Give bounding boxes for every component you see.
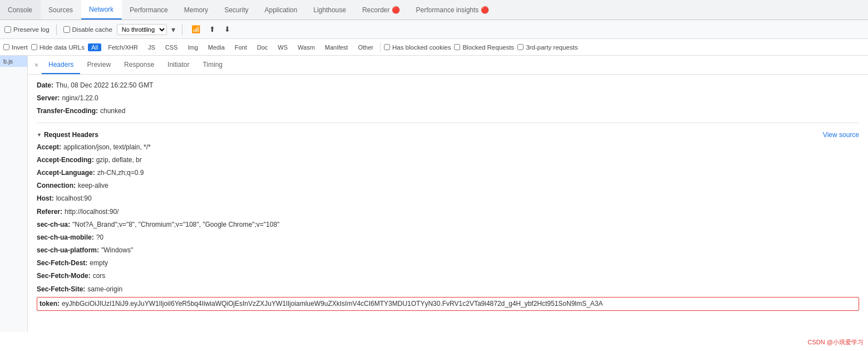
throttle-select[interactable]: No throttling xyxy=(117,24,167,35)
header-row-sec-fetch-site: Sec-Fetch-Site: same-origin xyxy=(37,283,859,296)
sub-tab-headers[interactable]: Headers xyxy=(42,56,80,74)
toolbar-divider-2 xyxy=(182,24,183,35)
tab-bar: Console Sources Network Performance Memo… xyxy=(0,0,868,20)
upload-icon: ⬆ xyxy=(209,25,215,33)
filter-bar: Invert Hide data URLs All Fetch/XHR JS C… xyxy=(0,39,868,56)
filter-tag-all[interactable]: All xyxy=(88,43,101,51)
accept-language-val: zh-CN,zh;q=0.9 xyxy=(97,168,144,178)
referer-val: http://localhost:90/ xyxy=(65,207,119,217)
third-party-label[interactable]: 3rd-party requests xyxy=(526,44,578,51)
filter-tag-js[interactable]: JS xyxy=(145,43,159,51)
server-key: Server: xyxy=(37,93,60,104)
preserve-log-item: Preserve log xyxy=(4,26,50,33)
tab-sources[interactable]: Sources xyxy=(41,0,81,20)
header-row-accept: Accept: application/json, text/plain, */… xyxy=(37,141,859,154)
sidebar-file-bjs[interactable]: b.js xyxy=(0,56,27,67)
has-blocked-cookies-checkbox[interactable] xyxy=(384,44,390,50)
referer-key: Referer: xyxy=(37,207,62,217)
dropdown-arrow-icon: ▾ xyxy=(171,25,175,34)
filter-tag-img[interactable]: Img xyxy=(184,43,201,51)
sec-fetch-dest-key: Sec-Fetch-Dest: xyxy=(37,258,87,269)
disable-cache-item: Disable cache xyxy=(63,26,112,33)
view-source-link[interactable]: View source xyxy=(823,131,859,139)
transfer-encoding-key: Transfer-Encoding: xyxy=(37,106,98,116)
filter-tag-wasm[interactable]: Wasm xyxy=(294,43,318,51)
sub-tab-preview[interactable]: Preview xyxy=(80,56,117,74)
sec-ch-ua-val: "Not?A_Brand";v="8", "Chromium";v="108",… xyxy=(72,220,279,230)
tab-console[interactable]: Console xyxy=(0,0,41,20)
response-headers-section: Date: Thu, 08 Dec 2022 16:22:50 GMT Serv… xyxy=(37,79,859,118)
preserve-log-checkbox[interactable] xyxy=(4,26,11,33)
header-row-sec-ch-ua-platform: sec-ch-ua-platform: "Windows" xyxy=(37,244,859,257)
connection-val: keep-alive xyxy=(78,181,108,191)
blocked-requests-item: Blocked Requests xyxy=(454,44,514,51)
tab-network[interactable]: Network xyxy=(81,0,122,20)
sub-tab-response[interactable]: Response xyxy=(117,56,161,74)
header-row-token: token: eyJhbGciOiJIUzI1NiJ9.eyJuYW1lIjoi… xyxy=(37,297,859,311)
has-blocked-cookies-item: Has blocked cookies xyxy=(384,44,451,51)
preserve-log-label: Preserve log xyxy=(13,26,50,33)
sec-ch-ua-mobile-key: sec-ch-ua-mobile: xyxy=(37,232,94,243)
token-key: token: xyxy=(40,299,60,309)
tab-performance[interactable]: Performance xyxy=(122,0,176,20)
header-row-transfer-encoding: Transfer-Encoding: chunked xyxy=(37,105,859,118)
filter-tag-fetch-xhr[interactable]: Fetch/XHR xyxy=(105,43,141,51)
invert-checkbox[interactable] xyxy=(3,44,9,50)
third-party-checkbox[interactable] xyxy=(517,44,524,50)
tab-recorder[interactable]: Recorder 🔴 xyxy=(354,0,408,20)
connection-key: Connection: xyxy=(37,181,76,191)
hide-data-urls-checkbox[interactable] xyxy=(31,44,37,50)
header-row-sec-ch-ua: sec-ch-ua: "Not?A_Brand";v="8", "Chromiu… xyxy=(37,218,859,231)
tab-security[interactable]: Security xyxy=(216,0,257,20)
section-divider xyxy=(37,123,859,123)
sec-ch-ua-platform-key: sec-ch-ua-platform: xyxy=(37,245,99,256)
main-area: b.js × Headers Preview Response Initiato… xyxy=(0,56,868,332)
wifi-icon-btn[interactable]: 📶 xyxy=(189,24,203,35)
blocked-requests-checkbox[interactable] xyxy=(454,44,460,50)
filter-divider-1 xyxy=(380,42,381,52)
tab-perf-insights[interactable]: Performance insights 🔴 xyxy=(408,0,497,20)
tab-memory[interactable]: Memory xyxy=(176,0,216,20)
transfer-encoding-val: chunked xyxy=(100,106,125,116)
sub-tab-timing[interactable]: Timing xyxy=(196,56,229,74)
header-row-accept-language: Accept-Language: zh-CN,zh;q=0.9 xyxy=(37,167,859,179)
sec-ch-ua-platform-val: "Windows" xyxy=(101,245,133,256)
filter-tag-ws[interactable]: WS xyxy=(274,43,291,51)
accept-encoding-val: gzip, deflate, br xyxy=(96,155,142,165)
filter-tag-doc[interactable]: Doc xyxy=(254,43,272,51)
accept-language-key: Accept-Language: xyxy=(37,168,95,178)
request-headers-title: ▼ Request Headers xyxy=(37,131,98,139)
filter-tag-media[interactable]: Media xyxy=(205,43,228,51)
accept-encoding-key: Accept-Encoding: xyxy=(37,155,94,165)
invert-label[interactable]: Invert xyxy=(12,44,28,51)
sec-fetch-mode-key: Sec-Fetch-Mode: xyxy=(37,271,91,281)
file-sidebar: b.js xyxy=(0,56,28,332)
has-blocked-cookies-label[interactable]: Has blocked cookies xyxy=(392,44,451,51)
sub-tab-bar: × Headers Preview Response Initiator Tim… xyxy=(28,56,868,75)
invert-item: Invert xyxy=(3,44,28,51)
sec-fetch-dest-val: empty xyxy=(90,258,108,269)
upload-btn[interactable]: ⬆ xyxy=(207,24,218,35)
tab-lighthouse[interactable]: Lighthouse xyxy=(305,0,354,20)
toolbar-divider-1 xyxy=(56,24,57,35)
sub-tab-initiator[interactable]: Initiator xyxy=(161,56,196,74)
filter-tag-font[interactable]: Font xyxy=(231,43,250,51)
header-row-sec-ch-ua-mobile: sec-ch-ua-mobile: ?0 xyxy=(37,231,859,244)
blocked-requests-label[interactable]: Blocked Requests xyxy=(462,44,514,51)
toolbar: Preserve log Disable cache No throttling… xyxy=(0,20,868,39)
download-btn[interactable]: ⬇ xyxy=(222,24,233,35)
disable-cache-label: Disable cache xyxy=(72,26,112,33)
server-val: nginx/1.22.0 xyxy=(62,93,98,104)
filter-tag-other[interactable]: Other xyxy=(354,43,377,51)
sec-ch-ua-key: sec-ch-ua: xyxy=(37,220,70,230)
filter-tag-css[interactable]: CSS xyxy=(162,43,181,51)
third-party-item: 3rd-party requests xyxy=(517,44,578,51)
token-val: eyJhbGciOiJIUzI1NiJ9.eyJuYW1lIjoiI6YeR5b… xyxy=(62,299,603,309)
close-panel-btn[interactable]: × xyxy=(31,59,42,71)
triangle-icon: ▼ xyxy=(37,132,42,138)
tab-application[interactable]: Application xyxy=(257,0,305,20)
filter-tag-manifest[interactable]: Manifest xyxy=(322,43,352,51)
wifi-icon: 📶 xyxy=(191,25,200,33)
hide-data-urls-label[interactable]: Hide data URLs xyxy=(40,44,85,51)
disable-cache-checkbox[interactable] xyxy=(63,26,70,33)
